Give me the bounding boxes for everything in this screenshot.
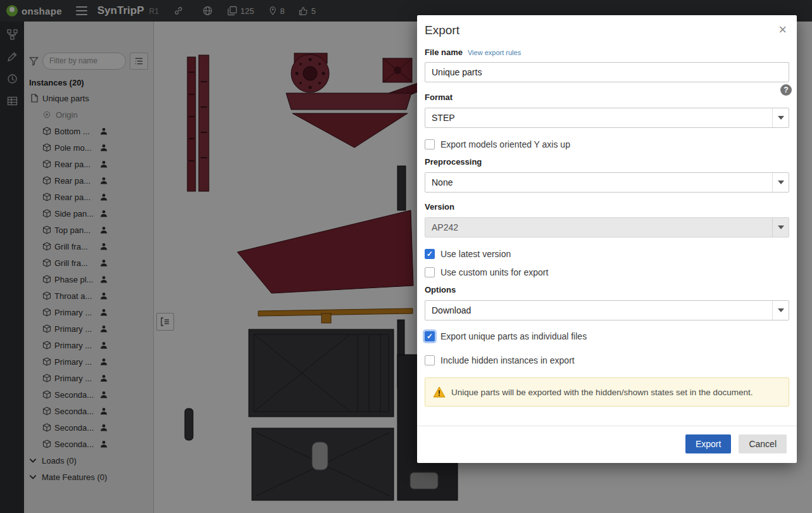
y-axis-checkbox[interactable] <box>425 139 435 149</box>
chevron-down-icon <box>772 108 789 127</box>
onshape-app: onshape SynTripP R1 125 8 5 <box>0 0 812 513</box>
chevron-down-icon <box>772 301 789 320</box>
include-hidden-checkbox-label: Include hidden instances in export <box>440 355 575 365</box>
cancel-button[interactable]: Cancel <box>739 434 787 453</box>
file-name-input[interactable] <box>425 62 789 82</box>
version-select: AP242 <box>425 217 789 238</box>
use-latest-checkbox-row[interactable]: Use latest version <box>425 249 789 259</box>
use-latest-checkbox[interactable] <box>425 249 435 259</box>
custom-units-checkbox-row[interactable]: Use custom units for export <box>425 267 789 277</box>
preprocessing-value: None <box>432 177 453 187</box>
file-name-label: File name <box>425 48 463 57</box>
export-dialog: Export × ? File name View export rules F… <box>417 15 797 463</box>
view-export-rules-link[interactable]: View export rules <box>468 49 521 56</box>
warning-text: Unique parts will be exported with the h… <box>451 388 753 397</box>
custom-units-checkbox-label: Use custom units for export <box>440 267 548 277</box>
unique-files-checkbox-row[interactable]: Export unique parts as individual files <box>425 331 789 341</box>
y-axis-checkbox-row[interactable]: Export models oriented Y axis up <box>425 139 789 149</box>
format-label: Format <box>425 92 789 102</box>
unique-files-checkbox[interactable] <box>425 331 435 341</box>
version-label: Version <box>425 202 789 212</box>
help-icon[interactable]: ? <box>780 84 792 96</box>
use-latest-checkbox-label: Use latest version <box>440 249 511 259</box>
preprocessing-label: Preprocessing <box>425 157 789 167</box>
chevron-down-icon <box>772 218 789 237</box>
options-label: Options <box>425 285 789 294</box>
format-select[interactable]: STEP <box>425 108 789 128</box>
options-value: Download <box>432 305 471 315</box>
options-select[interactable]: Download <box>425 300 789 320</box>
y-axis-checkbox-label: Export models oriented Y axis up <box>440 139 570 149</box>
warning-icon <box>433 386 446 398</box>
version-value: AP242 <box>432 222 458 232</box>
warning-banner: Unique parts will be exported with the h… <box>425 377 789 407</box>
preprocessing-select[interactable]: None <box>425 172 789 193</box>
close-icon[interactable]: × <box>778 23 787 36</box>
format-value: STEP <box>432 113 455 123</box>
custom-units-checkbox[interactable] <box>425 267 435 277</box>
dialog-title: Export <box>425 23 459 37</box>
include-hidden-checkbox[interactable] <box>425 355 435 365</box>
chevron-down-icon <box>772 173 789 192</box>
include-hidden-checkbox-row[interactable]: Include hidden instances in export <box>425 355 789 365</box>
unique-files-checkbox-label: Export unique parts as individual files <box>440 331 587 341</box>
export-button[interactable]: Export <box>685 434 731 453</box>
